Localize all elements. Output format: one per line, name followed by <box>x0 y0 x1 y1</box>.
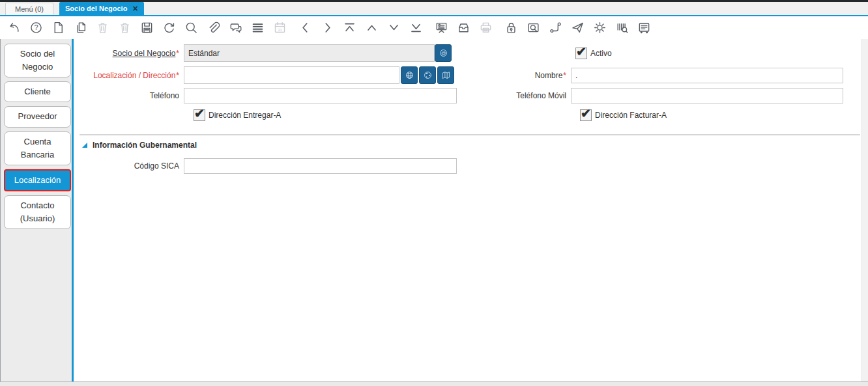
close-icon[interactable]: × <box>132 4 137 13</box>
required-marker: * <box>176 49 179 58</box>
calendar-icon: 31 <box>272 21 287 35</box>
sidebar-tab-cuenta-bancaria[interactable]: Cuenta Bancaria <box>4 131 71 165</box>
product-info-icon[interactable] <box>615 21 629 35</box>
facturar-checkbox-wrap[interactable]: Dirección Facturar-A <box>580 109 667 121</box>
telefono-label-wrap: Teléfono <box>74 91 184 100</box>
lock-icon[interactable] <box>504 21 518 35</box>
form-panel: Socio del Negocio* @ Activo Localización… <box>74 39 861 381</box>
telefono-movil-input[interactable] <box>571 88 843 103</box>
activo-label: Activo <box>590 49 612 58</box>
share-icon[interactable] <box>570 21 585 35</box>
undo-icon[interactable] <box>7 21 21 35</box>
entregar-label: Dirección Entregar-A <box>209 111 281 120</box>
codigo-sica-label-wrap: Código SICA <box>74 161 184 171</box>
location-dialog-icon[interactable] <box>401 66 418 84</box>
svg-text:31: 31 <box>278 28 282 32</box>
toggle-grid-icon[interactable] <box>250 21 265 35</box>
refresh-icon[interactable] <box>162 21 176 35</box>
svg-text:@: @ <box>441 51 445 56</box>
codigo-sica-label: Código SICA <box>134 161 179 171</box>
telefono-movil-label: Teléfono Móvil <box>516 91 566 100</box>
section-title: Información Gubernamental <box>93 141 197 150</box>
sidebar-tab-localizacion[interactable]: Localización <box>4 169 71 191</box>
socio-label[interactable]: Socio del Negocio <box>113 49 176 58</box>
sidebar-tab-contacto-usuario[interactable]: Contacto (Usuario) <box>4 195 71 229</box>
socio-input[interactable] <box>184 44 435 62</box>
required-marker: * <box>563 71 566 80</box>
detail-record-icon[interactable] <box>386 21 401 35</box>
parent-record-icon[interactable] <box>364 21 379 35</box>
telefono-input[interactable] <box>184 88 457 103</box>
zoom-across-icon[interactable] <box>526 21 540 35</box>
save-icon[interactable] <box>139 21 154 35</box>
previous-record-icon[interactable] <box>298 21 312 35</box>
detail-tabs-sidebar: Socio del NegocioClienteProveedorCuenta … <box>0 39 74 381</box>
localizacion-input[interactable] <box>184 66 399 84</box>
row-codigo-sica: Código SICA <box>74 158 457 174</box>
nombre-input[interactable] <box>571 68 843 83</box>
codigo-sica-input[interactable] <box>184 158 457 174</box>
entregar-checkbox-wrap[interactable]: Dirección Entregar-A <box>194 109 281 121</box>
tab-menu-label: Menú (0) <box>15 5 44 13</box>
tab-menu[interactable]: Menú (0) <box>5 3 53 15</box>
nombre-label: Nombre <box>535 71 563 80</box>
find-icon[interactable] <box>184 21 198 35</box>
route-icon[interactable] <box>437 66 454 84</box>
tab-socio-label: Socio del Negocio <box>65 5 127 12</box>
business-partner-info-button[interactable]: @ <box>435 44 452 62</box>
copy-record-icon[interactable] <box>73 21 87 35</box>
preferences-icon[interactable] <box>592 21 607 35</box>
row-telefono-movil: Teléfono Móvil <box>486 88 843 103</box>
socio-label-wrap: Socio del Negocio* <box>74 49 184 58</box>
print-icon <box>478 21 493 35</box>
tab-socio-del-negocio[interactable]: Socio del Negocio × <box>59 2 144 15</box>
row-socio: Socio del Negocio* @ <box>74 44 452 62</box>
help-icon[interactable]: ? <box>29 21 43 35</box>
next-record-icon[interactable] <box>320 21 334 35</box>
row-telefono: Teléfono <box>74 88 457 103</box>
window-tabbar: Menú (0) Socio del Negocio × <box>0 2 868 15</box>
new-record-icon[interactable] <box>51 21 65 35</box>
svg-text:?: ? <box>34 23 38 31</box>
row-facturar: Dirección Facturar-A <box>580 109 667 121</box>
required-marker: * <box>176 71 179 80</box>
activo-checkbox[interactable] <box>575 48 587 59</box>
entregar-checkbox[interactable] <box>194 109 205 121</box>
facturar-checkbox[interactable] <box>580 109 592 121</box>
vertical-scrollbar[interactable] <box>861 39 868 381</box>
sidebar-tab-socio-del-negocio[interactable]: Socio del Negocio <box>4 44 71 77</box>
row-localizacion: Localización / Dirección* <box>74 66 454 84</box>
nombre-label-wrap: Nombre* <box>486 71 571 80</box>
row-entregar: Dirección Entregar-A <box>194 109 281 121</box>
first-record-icon[interactable] <box>342 21 356 35</box>
row-nombre: Nombre* <box>486 68 843 83</box>
collapse-triangle-icon <box>82 143 87 148</box>
map-icon[interactable] <box>419 66 436 84</box>
bottom-status-bar <box>0 381 868 386</box>
toolbar: ?31 <box>1 16 868 39</box>
localizacion-label-wrap: Localización / Dirección* <box>74 71 184 80</box>
section-divider <box>80 134 860 135</box>
facturar-label: Dirección Facturar-A <box>595 111 667 120</box>
chat-icon[interactable] <box>228 21 242 35</box>
last-record-icon[interactable] <box>409 21 423 35</box>
archive-icon[interactable] <box>456 21 470 35</box>
section-header[interactable]: Información Gubernamental <box>82 141 197 150</box>
attachment-icon[interactable] <box>206 21 220 35</box>
row-activo: Activo <box>575 48 612 59</box>
activo-checkbox-wrap[interactable]: Activo <box>575 48 612 59</box>
localizacion-label: Localización / Dirección <box>93 71 175 80</box>
sidebar-tab-proveedor[interactable]: Proveedor <box>4 106 71 127</box>
telefono-label: Teléfono <box>150 91 179 100</box>
report-icon[interactable] <box>434 21 448 35</box>
log-icon[interactable] <box>637 21 651 35</box>
delete-record-icon <box>95 21 109 35</box>
workflow-icon[interactable] <box>548 21 562 35</box>
telefono-movil-label-wrap: Teléfono Móvil <box>486 91 571 100</box>
delete-selection-icon <box>117 21 132 35</box>
sidebar-tab-cliente[interactable]: Cliente <box>4 81 71 102</box>
